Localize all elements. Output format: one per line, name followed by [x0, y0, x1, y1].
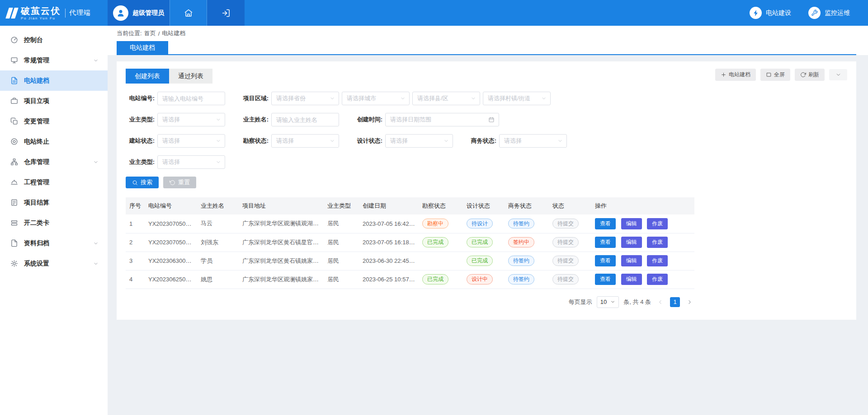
monitor-icon [10, 56, 18, 64]
sidebar-item-system-settings[interactable]: 系统设置 [0, 253, 108, 274]
view-button[interactable]: 查看 [595, 255, 616, 266]
sidebar-item-project-approval[interactable]: 项目立项 [0, 91, 108, 111]
sidebar-item-station-filing[interactable]: 电站建档 [0, 70, 108, 91]
cell-index: 1 [126, 214, 145, 233]
void-button[interactable]: 作废 [647, 237, 668, 248]
per-page-prefix: 每页显示 [569, 298, 592, 306]
col-station-code: 电站编号 [145, 197, 197, 214]
design-status-select[interactable]: 请选择 [385, 134, 453, 148]
build-status-select[interactable]: 请选择 [157, 134, 225, 148]
owner-type2-select[interactable]: 请选择 [157, 155, 225, 169]
status-badge: 待提交 [552, 219, 579, 228]
sidebar-item-label: 工程管理 [24, 178, 49, 187]
calendar-icon[interactable] [488, 117, 495, 123]
breadcrumb-home-link[interactable]: 首页 [144, 29, 156, 37]
add-station-filing-button[interactable]: 电站建档 [715, 69, 756, 81]
logout-button[interactable] [207, 0, 245, 26]
void-button[interactable]: 作废 [647, 255, 668, 266]
top-nav: 电站建设 监控运维 [750, 0, 868, 26]
county-select[interactable]: 请选择县/区 [412, 92, 480, 105]
edit-button[interactable]: 编辑 [621, 218, 642, 229]
chevron-down-icon [93, 261, 99, 266]
survey-status-badge: 勘察中 [422, 219, 448, 228]
per-page-select[interactable]: 10 [597, 296, 619, 308]
business-status-select[interactable]: 请选择 [499, 134, 567, 148]
brand-subtitle: Po Jian Yun Fu [21, 16, 61, 20]
collapse-toolbar-button[interactable] [829, 69, 847, 80]
fullscreen-button[interactable]: 全屏 [760, 69, 790, 81]
plus-icon [721, 72, 726, 78]
sidebar-item-console[interactable]: 控制台 [0, 30, 108, 50]
province-select[interactable]: 请选择省份 [271, 92, 339, 105]
tab-passed-list[interactable]: 通过列表 [169, 69, 212, 84]
township-select[interactable]: 请选择村镇/街道 [483, 92, 551, 105]
view-button[interactable]: 查看 [595, 274, 616, 285]
survey-status-select[interactable]: 请选择 [271, 134, 339, 148]
design-status-label: 设计状态: [354, 137, 382, 145]
portal-label: 代理端 [69, 9, 91, 17]
pagination: 每页显示 10 条, 共 4 条 1 [126, 296, 694, 308]
chevron-down-icon [216, 159, 221, 165]
home-button[interactable] [170, 0, 207, 26]
city-select[interactable]: 请选择城市 [342, 92, 410, 105]
cell-station-code: YX2023070500011 [145, 214, 197, 233]
cell-owner-name: 刘强东 [197, 233, 239, 252]
cell-create-date: 2023-06-25 10:57:04 [359, 270, 419, 289]
user-menu[interactable]: 超级管理员 [108, 0, 170, 26]
owner-name-input[interactable] [271, 113, 339, 126]
edit-button[interactable]: 编辑 [621, 237, 642, 248]
nav-label: 监控运维 [825, 9, 850, 17]
cell-owner-name: 学员 [197, 252, 239, 270]
nav-monitoring-ops[interactable]: 监控运维 [808, 7, 850, 19]
edit-button[interactable]: 编辑 [621, 255, 642, 266]
sidebar-item-engineering-management[interactable]: 工程管理 [0, 172, 108, 192]
prev-page-button[interactable] [656, 297, 665, 307]
nav-station-construction[interactable]: 电站建设 [750, 7, 791, 19]
brand-area: 破茧云伏 Po Jian Yun Fu 代理端 [0, 0, 108, 26]
owner-type-select[interactable]: 请选择 [157, 113, 225, 126]
sidebar-item-label: 资料归档 [24, 239, 49, 247]
sidebar-item-general-management[interactable]: 常规管理 [0, 50, 108, 70]
helmet-icon [10, 178, 18, 186]
view-button[interactable]: 查看 [595, 237, 616, 248]
void-button[interactable]: 作废 [647, 274, 668, 285]
refresh-button[interactable]: 刷新 [795, 69, 825, 81]
sidebar-item-project-settlement[interactable]: 项目结算 [0, 192, 108, 213]
col-actions: 操作 [591, 197, 694, 214]
station-code-input[interactable] [157, 92, 225, 105]
station-filing-card: 创建列表 通过列表 电站建档 全屏 [117, 61, 856, 320]
cell-create-date: 2023-07-05 16:42:22 [359, 214, 419, 233]
create-time-label: 创建时间: [354, 116, 382, 124]
design-status-badge: 设计中 [467, 274, 493, 284]
reset-icon [170, 180, 175, 186]
logout-icon [222, 9, 231, 18]
next-page-button[interactable] [684, 297, 694, 307]
void-button[interactable]: 作废 [647, 218, 668, 229]
sidebar: 控制台 常规管理 电站建档 项目立项 变更管理 电站终止 仓库管理 [0, 26, 108, 415]
sidebar-item-warehouse-management[interactable]: 仓库管理 [0, 152, 108, 172]
tab-create-list[interactable]: 创建列表 [126, 69, 169, 84]
owner-type-label: 业主类型: [126, 116, 155, 124]
owner-name-label: 业主姓名: [240, 116, 269, 124]
business-status-badge: 待签约 [508, 274, 534, 284]
reset-button[interactable]: 重置 [163, 177, 196, 188]
edit-button[interactable]: 编辑 [621, 274, 642, 285]
chevron-down-icon [330, 96, 335, 101]
sidebar-item-station-termination[interactable]: 电站终止 [0, 131, 108, 152]
view-button[interactable]: 查看 [595, 218, 616, 229]
sidebar-item-label: 项目立项 [24, 97, 49, 105]
chevron-down-icon [93, 241, 99, 246]
search-button[interactable]: 搜索 [126, 177, 159, 188]
cell-project-address: 广东深圳龙华区黄石镇姚家庄... [239, 252, 324, 270]
page-number-button[interactable]: 1 [670, 297, 680, 307]
table-row: 1 YX2023070500011 马云 广东深圳龙华区观澜镇观湖路... 居民… [126, 214, 694, 233]
page-tab-station-filing[interactable]: 电站建档 [117, 41, 168, 54]
sidebar-item-change-management[interactable]: 变更管理 [0, 111, 108, 131]
cell-station-code: YX2023063000009 [145, 252, 197, 270]
sidebar-item-label: 电站终止 [24, 138, 49, 146]
sidebar-item-data-archive[interactable]: 资料归档 [0, 233, 108, 253]
cell-owner-type: 居民 [324, 214, 359, 233]
card-toolbar: 电站建档 全屏 刷新 [715, 69, 847, 81]
sidebar-item-class2-card[interactable]: 开二类卡 [0, 213, 108, 233]
date-range-input[interactable]: 请选择日期范围 [385, 113, 499, 126]
